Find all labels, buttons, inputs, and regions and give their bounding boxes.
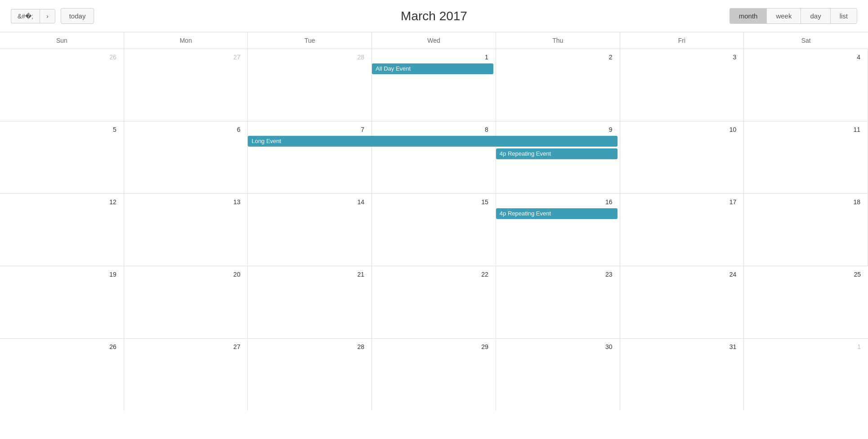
day-cell-w0-d0[interactable]: 26	[0, 49, 124, 121]
day-cell-w0-d3[interactable]: 1	[372, 49, 496, 121]
day-cell-w3-d5[interactable]: 24	[620, 266, 744, 338]
day-number: 13	[124, 197, 244, 206]
day-cell-w4-d1[interactable]: 27	[124, 339, 248, 411]
day-cell-w4-d4[interactable]: 30	[496, 339, 620, 411]
day-number: 7	[248, 124, 368, 133]
day-cell-w0-d4[interactable]: 2	[496, 49, 620, 121]
calendar-title: March 2017	[401, 9, 467, 23]
week-row-4: 2627282930311	[0, 339, 868, 411]
view-week-button[interactable]: week	[766, 8, 801, 24]
header-sat: Sat	[744, 32, 868, 49]
prev-button[interactable]: &#�;	[11, 9, 40, 23]
day-cell-w1-d2[interactable]: 7	[248, 121, 372, 193]
day-number: 14	[248, 197, 368, 206]
week-row-1: 567891011Long Event4p Repeating Event	[0, 121, 868, 194]
day-number: 27	[124, 341, 244, 350]
day-cell-w2-d0[interactable]: 12	[0, 194, 124, 266]
day-number: 31	[620, 341, 740, 350]
header-mon: Mon	[124, 32, 248, 49]
day-number: 17	[620, 197, 740, 206]
day-number: 3	[620, 52, 740, 61]
week-row-2: 121314151617184p Repeating Event	[0, 194, 868, 266]
event-0-0[interactable]: All Day Event	[372, 63, 493, 74]
day-cell-w1-d6[interactable]: 11	[744, 121, 868, 193]
day-cell-w1-d5[interactable]: 10	[620, 121, 744, 193]
event-1-0[interactable]: Long Event	[248, 136, 617, 147]
day-cell-w4-d3[interactable]: 29	[372, 339, 496, 411]
weeks-container: 2627281234All Day Event567891011Long Eve…	[0, 49, 868, 411]
day-cell-w4-d0[interactable]: 26	[0, 339, 124, 411]
day-number: 26	[0, 341, 120, 350]
event-1-1[interactable]: 4p Repeating Event	[496, 148, 617, 159]
day-cell-w0-d1[interactable]: 27	[124, 49, 248, 121]
day-number: 5	[0, 124, 120, 133]
day-cell-w0-d2[interactable]: 28	[248, 49, 372, 121]
day-cell-w3-d2[interactable]: 21	[248, 266, 372, 338]
day-number: 27	[124, 52, 244, 61]
day-cell-w1-d1[interactable]: 6	[124, 121, 248, 193]
day-cell-w0-d6[interactable]: 4	[744, 49, 868, 121]
today-button[interactable]: today	[61, 8, 94, 24]
next-button[interactable]: ›	[40, 9, 55, 23]
day-number: 16	[496, 197, 616, 206]
header-thu: Thu	[496, 32, 620, 49]
calendar-app: &#�; › today March 2017 month week day l…	[0, 0, 868, 439]
day-cell-w2-d3[interactable]: 15	[372, 194, 496, 266]
day-cell-w2-d2[interactable]: 14	[248, 194, 372, 266]
day-cell-w4-d6[interactable]: 1	[744, 339, 868, 411]
day-number: 28	[248, 341, 368, 350]
day-cell-w3-d4[interactable]: 23	[496, 266, 620, 338]
day-number: 18	[744, 197, 864, 206]
day-number: 9	[496, 124, 616, 133]
day-cell-w2-d5[interactable]: 17	[620, 194, 744, 266]
day-cell-w3-d1[interactable]: 20	[124, 266, 248, 338]
day-cell-w3-d6[interactable]: 25	[744, 266, 868, 338]
day-number: 4	[744, 52, 864, 61]
day-number: 26	[0, 52, 120, 61]
day-number: 28	[248, 52, 368, 61]
week-row-3: 19202122232425	[0, 266, 868, 339]
day-number: 23	[496, 269, 616, 278]
day-cell-w2-d1[interactable]: 13	[124, 194, 248, 266]
day-cell-w3-d3[interactable]: 22	[372, 266, 496, 338]
day-cell-w2-d4[interactable]: 16	[496, 194, 620, 266]
day-number: 8	[372, 124, 492, 133]
day-cell-w3-d0[interactable]: 19	[0, 266, 124, 338]
day-number: 29	[372, 341, 492, 350]
day-number: 25	[744, 269, 864, 278]
day-number: 15	[372, 197, 492, 206]
calendar-grid: Sun Mon Tue Wed Thu Fri Sat 2627281234Al…	[0, 32, 868, 411]
header-fri: Fri	[620, 32, 744, 49]
view-day-button[interactable]: day	[801, 8, 830, 24]
day-number: 6	[124, 124, 244, 133]
nav-buttons: &#�; ›	[11, 9, 55, 23]
day-number: 11	[744, 124, 864, 133]
day-number: 1	[744, 341, 864, 350]
day-number: 19	[0, 269, 120, 278]
day-headers: Sun Mon Tue Wed Thu Fri Sat	[0, 32, 868, 49]
day-cell-w4-d5[interactable]: 31	[620, 339, 744, 411]
view-buttons: month week day list	[729, 8, 857, 24]
day-cell-w1-d0[interactable]: 5	[0, 121, 124, 193]
view-list-button[interactable]: list	[830, 8, 857, 24]
week-row-0: 2627281234All Day Event	[0, 49, 868, 121]
day-number: 21	[248, 269, 368, 278]
day-number: 22	[372, 269, 492, 278]
day-number: 1	[372, 52, 492, 61]
day-number: 10	[620, 124, 740, 133]
day-number: 2	[496, 52, 616, 61]
header-tue: Tue	[248, 32, 372, 49]
day-cell-w2-d6[interactable]: 18	[744, 194, 868, 266]
day-number: 24	[620, 269, 740, 278]
day-cell-w4-d2[interactable]: 28	[248, 339, 372, 411]
header-wed: Wed	[372, 32, 496, 49]
view-month-button[interactable]: month	[729, 8, 767, 24]
day-cell-w1-d3[interactable]: 8	[372, 121, 496, 193]
event-2-0[interactable]: 4p Repeating Event	[496, 208, 617, 219]
day-number: 20	[124, 269, 244, 278]
day-number: 30	[496, 341, 616, 350]
toolbar: &#�; › today March 2017 month week day l…	[0, 0, 868, 32]
day-cell-w0-d5[interactable]: 3	[620, 49, 744, 121]
day-number: 12	[0, 197, 120, 206]
header-sun: Sun	[0, 32, 124, 49]
